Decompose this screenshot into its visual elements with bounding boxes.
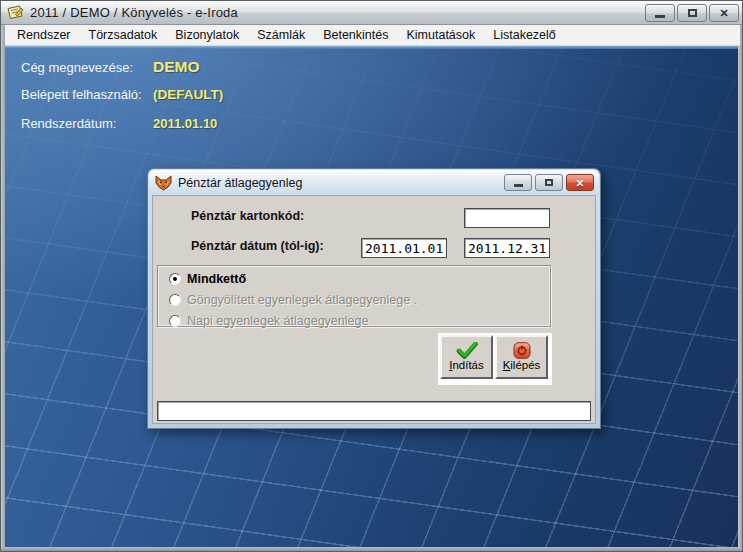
- window-frame-right: [738, 25, 742, 551]
- datum-from-input[interactable]: [361, 238, 447, 258]
- sysdate-label: Rendszerdátum:: [21, 116, 153, 131]
- company-label: Cég megnevezése:: [21, 60, 153, 75]
- menu-rendszer[interactable]: Rendszer: [8, 25, 80, 45]
- penztar-atlagegyenleg-dialog: Pénztár átlagegyenleg ✕ Pénztár kartonkó…: [148, 169, 600, 428]
- option-gongyolitett: Göngyölített egyenlegek átlagegyenlege .: [169, 293, 417, 307]
- radio-unselected-icon: [169, 315, 181, 327]
- datum-to-input[interactable]: [464, 238, 550, 258]
- kartonkod-input[interactable]: [464, 208, 550, 228]
- window-frame-bottom: [1, 547, 743, 551]
- inditas-label: Indítás: [449, 359, 484, 372]
- dialog-minimize-button[interactable]: [504, 174, 532, 191]
- dialog-close-button[interactable]: ✕: [566, 174, 594, 191]
- green-check-icon: [456, 342, 478, 359]
- option-mindketto[interactable]: Mindkettő: [169, 272, 246, 286]
- dialog-titlebar[interactable]: Pénztár átlagegyenleg ✕: [149, 170, 599, 195]
- dialog-minimize-icon: [514, 184, 523, 187]
- datum-label: Pénztár dátum (tól-ig):: [191, 239, 324, 253]
- dialog-title: Pénztár átlagegyenleg: [178, 176, 302, 190]
- close-icon: ✕: [719, 7, 728, 20]
- menu-szamlak[interactable]: Számlák: [248, 25, 314, 45]
- minimize-icon: [655, 15, 665, 18]
- company-info-row: Cég megnevezése: DEMO: [21, 58, 200, 76]
- menu-torzsadatok[interactable]: Törzsadatok: [80, 25, 167, 45]
- menu-kimutatasok[interactable]: Kimutatások: [397, 25, 484, 45]
- menu-bizonylatok[interactable]: Bizonylatok: [166, 25, 248, 45]
- minimize-button[interactable]: [645, 4, 675, 22]
- menubar: Rendszer Törzsadatok Bizonylatok Számlák…: [5, 25, 740, 46]
- status-output-field[interactable]: [157, 401, 591, 421]
- window-frame-left: [1, 25, 5, 551]
- company-value: DEMO: [153, 58, 200, 76]
- app-note-pen-icon: [7, 5, 24, 20]
- option-gongyolitett-label: Göngyölített egyenlegek átlagegyenlege .: [187, 293, 417, 307]
- option-mindketto-label: Mindkettő: [187, 272, 246, 286]
- inditas-button[interactable]: Indítás: [440, 335, 493, 379]
- client-top-highlight: [5, 46, 740, 49]
- kartonkod-label: Pénztár kartonkód:: [191, 209, 304, 223]
- option-napi-label: Napi egyenlegek átlagegyenlege: [187, 314, 368, 328]
- main-titlebar[interactable]: 2011 / DEMO / Könyvelés - e-Iroda ✕: [1, 1, 743, 25]
- menu-listakezelo[interactable]: Listakezelő: [484, 25, 565, 45]
- user-label: Belépett felhasználó:: [21, 87, 153, 102]
- dialog-close-icon: ✕: [576, 177, 585, 189]
- foxpro-fox-icon: [155, 175, 172, 191]
- sysdate-value: 2011.01.10: [153, 116, 217, 131]
- dialog-maximize-button[interactable]: [535, 174, 563, 191]
- close-button[interactable]: ✕: [709, 4, 739, 22]
- radio-unselected-icon: [169, 294, 181, 306]
- maximize-icon: [688, 9, 697, 17]
- power-off-icon: [513, 342, 531, 359]
- kilepes-label: Kilépés: [503, 359, 541, 372]
- user-info-row: Belépett felhasználó: (DEFAULT): [21, 87, 223, 102]
- menu-betenkintes[interactable]: Betenkintés: [314, 25, 397, 45]
- kilepes-button[interactable]: Kilépés: [495, 335, 548, 379]
- dialog-body: Pénztár kartonkód: Pénztár dátum (tól-ig…: [152, 195, 596, 424]
- window-title: 2011 / DEMO / Könyvelés - e-Iroda: [30, 5, 238, 20]
- user-value: (DEFAULT): [153, 87, 223, 102]
- action-button-panel: Indítás Kilépés: [438, 333, 552, 385]
- mode-option-group: Mindkettő Göngyölített egyenlegek átlage…: [157, 265, 551, 327]
- maximize-button[interactable]: [677, 4, 707, 22]
- radio-selected-icon: [169, 273, 181, 285]
- sysdate-info-row: Rendszerdátum: 2011.01.10: [21, 116, 217, 131]
- option-napi: Napi egyenlegek átlagegyenlege: [169, 314, 368, 328]
- e-iroda-main-window: 2011 / DEMO / Könyvelés - e-Iroda ✕ Rend…: [0, 0, 743, 552]
- dialog-maximize-icon: [545, 179, 553, 186]
